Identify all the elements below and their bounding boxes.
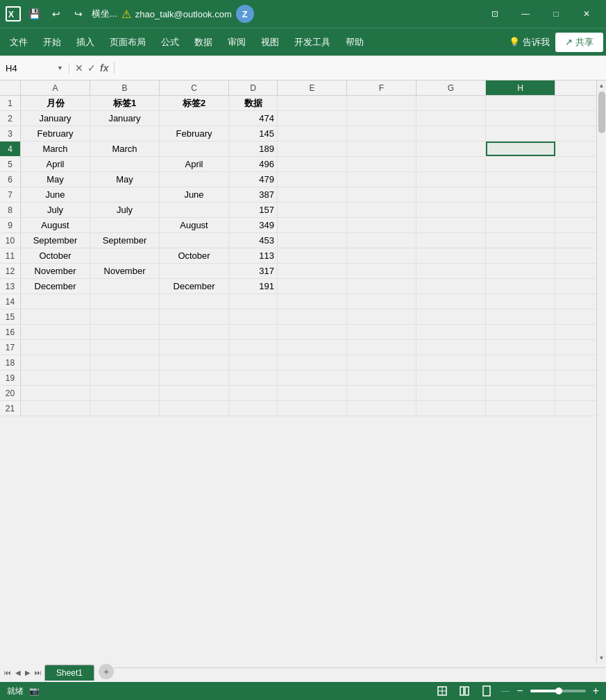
cell-H21[interactable] [486,401,555,416]
cell-F20[interactable] [347,386,416,400]
fx-icon[interactable]: fx [100,62,108,74]
cell-G14[interactable] [416,294,486,309]
cell-G12[interactable] [416,264,486,278]
cell-G8[interactable] [416,203,486,217]
cell-G11[interactable] [416,248,486,263]
cell-A10[interactable]: September [21,233,90,248]
cell-H18[interactable] [486,355,555,370]
row-number[interactable]: 12 [0,264,21,278]
cell-B1[interactable]: 标签1 [90,96,160,110]
cell-B2[interactable]: January [90,111,160,126]
cell-E3[interactable] [278,126,347,141]
col-header-E[interactable]: E [278,80,347,95]
cell-H4[interactable] [486,142,555,156]
cell-F4[interactable] [347,142,416,156]
cell-H8[interactable] [486,203,555,217]
row-number[interactable]: 6 [0,172,21,187]
cell-G3[interactable] [416,126,486,141]
cell-E7[interactable] [278,187,347,202]
cell-B17[interactable] [90,340,160,355]
cell-D16[interactable] [229,325,278,339]
cell-E5[interactable] [278,157,347,171]
cell-A15[interactable] [21,309,90,324]
row-number[interactable]: 7 [0,187,21,202]
cell-C9[interactable]: August [160,218,229,232]
cell-D3[interactable]: 145 [229,126,278,141]
cell-F6[interactable] [347,172,416,187]
cell-D6[interactable]: 479 [229,172,278,187]
cell-D5[interactable]: 496 [229,157,278,171]
cell-E17[interactable] [278,340,347,355]
cell-A2[interactable]: January [21,111,90,126]
cell-A20[interactable] [21,386,90,400]
cell-G6[interactable] [416,172,486,187]
cell-D20[interactable] [229,386,278,400]
cell-C13[interactable]: December [160,279,229,293]
cell-A17[interactable] [21,340,90,355]
menu-pagelayout[interactable]: 页面布局 [103,33,153,51]
cell-A13[interactable]: December [21,279,90,293]
cell-G9[interactable] [416,218,486,232]
cell-A14[interactable] [21,294,90,309]
col-header-H[interactable]: H [486,80,555,95]
cell-A9[interactable]: August [21,218,90,232]
cell-B10[interactable]: September [90,233,160,248]
zoom-slider[interactable] [530,690,586,692]
scroll-down-button[interactable]: ▼ [597,653,607,663]
cell-E8[interactable] [278,203,347,217]
cell-H2[interactable] [486,111,555,126]
cell-A11[interactable]: October [21,248,90,263]
cell-H10[interactable] [486,233,555,248]
row-number[interactable]: 4 [0,142,21,156]
cell-G16[interactable] [416,325,486,339]
sheet-tab-sheet1[interactable]: Sheet1 [44,665,94,681]
redo-button[interactable]: ↪ [69,5,87,23]
add-sheet-button[interactable]: + [99,664,114,679]
cell-B19[interactable] [90,370,160,385]
cell-C18[interactable] [160,355,229,370]
col-header-A[interactable]: A [21,80,90,95]
cell-C2[interactable] [160,111,229,126]
menu-insert[interactable]: 插入 [69,33,101,51]
cell-B13[interactable] [90,279,160,293]
cell-F17[interactable] [347,340,416,355]
cell-D2[interactable]: 474 [229,111,278,126]
cell-H7[interactable] [486,187,555,202]
menu-data[interactable]: 数据 [187,33,219,51]
cell-E14[interactable] [278,294,347,309]
cell-C17[interactable] [160,340,229,355]
confirm-icon[interactable]: ✓ [87,62,96,74]
cell-C10[interactable] [160,233,229,248]
cell-H13[interactable] [486,279,555,293]
cell-C21[interactable] [160,401,229,416]
cell-G20[interactable] [416,386,486,400]
cell-B14[interactable] [90,294,160,309]
sheet-nav-prev[interactable]: ◀ [14,667,22,678]
cell-C14[interactable] [160,294,229,309]
menu-file[interactable]: 文件 [3,33,35,51]
cell-A12[interactable]: November [21,264,90,278]
cell-D8[interactable]: 157 [229,203,278,217]
cell-E15[interactable] [278,309,347,324]
cell-E20[interactable] [278,386,347,400]
cell-B15[interactable] [90,309,160,324]
cell-F16[interactable] [347,325,416,339]
cell-H15[interactable] [486,309,555,324]
cell-D18[interactable] [229,355,278,370]
cell-H5[interactable] [486,157,555,171]
zoom-plus-button[interactable]: + [593,685,599,697]
scroll-thumb[interactable] [598,92,605,133]
zoom-minus-button[interactable]: − [516,685,523,697]
cell-B12[interactable]: November [90,264,160,278]
cell-A19[interactable] [21,370,90,385]
col-header-F[interactable]: F [347,80,416,95]
cell-G5[interactable] [416,157,486,171]
cell-A18[interactable] [21,355,90,370]
row-number[interactable]: 16 [0,325,21,339]
cell-A6[interactable]: May [21,172,90,187]
cell-F9[interactable] [347,218,416,232]
row-number[interactable]: 21 [0,401,21,416]
cell-C20[interactable] [160,386,229,400]
user-avatar[interactable]: Z [236,5,254,23]
cell-D10[interactable]: 453 [229,233,278,248]
